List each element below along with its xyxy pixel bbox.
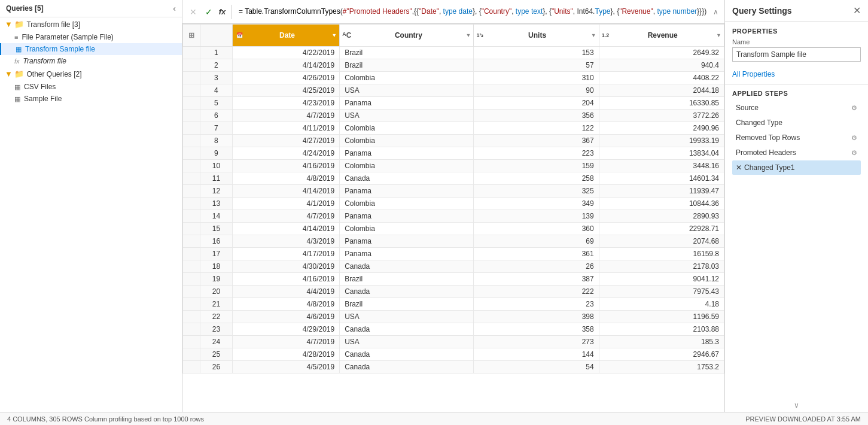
cell-units: 144 (474, 348, 599, 361)
cell-revenue: 22928.71 (599, 223, 724, 235)
row-num-cell: 11 (200, 172, 233, 185)
table-row: 134/1/2019Colombia34910844.36 (183, 198, 724, 210)
group-transform-header[interactable]: ▼ 📁 Transform file [3] (0, 17, 182, 31)
cell-date: 4/5/2019 (232, 361, 339, 374)
step-item-changed-type1[interactable]: ✕Changed Type1 (732, 160, 861, 175)
col-header-country[interactable]: AC Country ▼ (340, 25, 474, 47)
data-grid-wrapper[interactable]: ⊞ 📅 Date ▼ (182, 24, 724, 412)
query-item-transform-file[interactable]: fx Transform file (0, 55, 182, 67)
status-right: PREVIEW DOWNLOADED AT 3:55 AM (745, 415, 861, 423)
row-num-cell: 22 (200, 311, 233, 323)
row-num-cell: 9 (200, 147, 233, 160)
col-name-units: Units (486, 31, 588, 40)
scroll-down-arrow[interactable]: ∨ (725, 399, 868, 412)
cell-revenue: 10844.36 (599, 198, 724, 210)
step-delete-icon[interactable]: ✕ (736, 163, 742, 172)
row-icon-cell (183, 260, 200, 273)
cell-country: Canada (340, 260, 474, 273)
row-num-cell: 26 (200, 361, 233, 374)
cell-revenue: 2890.93 (599, 210, 724, 223)
step-item-removed-top-rows[interactable]: Removed Top Rows⚙ (732, 130, 861, 145)
step-name-label: Promoted Headers (736, 148, 849, 157)
cell-country: Brazil (340, 47, 474, 59)
close-settings-button[interactable]: ✕ (853, 5, 861, 16)
query-name-file-parameter: File Parameter (Sample File) (22, 33, 113, 41)
cell-revenue: 1196.59 (599, 311, 724, 323)
name-input[interactable] (732, 47, 861, 62)
step-gear-icon[interactable]: ⚙ (851, 104, 857, 112)
row-num-cell: 14 (200, 210, 233, 223)
fx-formula-button[interactable]: fx (217, 5, 232, 19)
row-num-header (200, 25, 233, 47)
date-filter-icon[interactable]: ▼ (329, 32, 339, 38)
cell-country: Colombia (340, 135, 474, 147)
step-item-changed-type[interactable]: Changed Type (732, 116, 861, 130)
row-num-cell: 17 (200, 248, 233, 260)
row-icon-cell (183, 135, 200, 147)
row-num-cell: 16 (200, 235, 233, 248)
table-row: 204/4/2019Canada2227975.43 (183, 286, 724, 298)
cell-date: 4/16/2019 (232, 160, 339, 172)
row-icon-cell (183, 97, 200, 110)
row-icon-cell (183, 47, 200, 59)
expand-formula-button[interactable]: ∧ (711, 8, 721, 16)
formula-text: = Table.TransformColumnTypes(#"Promoted … (235, 5, 711, 18)
row-num-cell: 4 (200, 84, 233, 97)
query-item-transform-sample[interactable]: ▦ Transform Sample file (0, 43, 182, 55)
query-item-file-parameter[interactable]: ≡ File Parameter (Sample File) (0, 31, 182, 43)
row-icon-cell (183, 160, 200, 172)
collapse-icon[interactable]: ‹ (173, 4, 176, 13)
units-filter-icon[interactable]: ▼ (589, 32, 599, 38)
cell-units: 358 (474, 323, 599, 336)
queries-header: Queries [5] ‹ (0, 0, 182, 17)
row-icon-cell (183, 122, 200, 135)
row-num-cell: 15 (200, 223, 233, 235)
group-other-header[interactable]: ▼ 📁 Other Queries [2] (0, 67, 182, 81)
revenue-filter-icon[interactable]: ▼ (714, 32, 724, 38)
step-name-label: Changed Type (736, 119, 857, 127)
main-layout: Queries [5] ‹ ▼ 📁 Transform file [3] ≡ F… (0, 0, 868, 412)
query-item-csv[interactable]: ▦ CSV Files (0, 81, 182, 93)
cell-units: 325 (474, 185, 599, 198)
data-tbody: 14/22/2019Brazil1532649.3224/14/2019Braz… (183, 47, 724, 374)
settings-scroll[interactable]: APPLIED STEPS Source⚙Changed TypeRemoved… (725, 85, 868, 399)
table-row: 114/8/2019Canada25814601.34 (183, 172, 724, 185)
step-item-promoted-headers[interactable]: Promoted Headers⚙ (732, 145, 861, 160)
table-icon: ▦ (16, 45, 22, 53)
row-num-cell: 6 (200, 110, 233, 122)
col-header-date[interactable]: 📅 Date ▼ (232, 25, 339, 47)
cell-revenue: 9041.12 (599, 273, 724, 286)
row-num-cell: 21 (200, 298, 233, 311)
all-properties-link[interactable]: All Properties (732, 70, 775, 78)
cell-date: 4/6/2019 (232, 311, 339, 323)
properties-section: PROPERTIES Name All Properties (725, 22, 868, 85)
col-header-units[interactable]: 1²₃ Units ▼ (474, 25, 599, 47)
cell-revenue: 14601.34 (599, 172, 724, 185)
cell-revenue: 19933.19 (599, 135, 724, 147)
steps-list: Source⚙Changed TypeRemoved Top Rows⚙Prom… (732, 101, 861, 175)
row-num-cell: 7 (200, 122, 233, 135)
col-header-revenue[interactable]: 1.2 Revenue ▼ (599, 25, 724, 47)
cell-revenue: 7975.43 (599, 286, 724, 298)
cell-date: 4/7/2019 (232, 336, 339, 348)
cell-units: 310 (474, 72, 599, 84)
row-icon-cell (183, 59, 200, 72)
confirm-formula-button[interactable]: ✓ (202, 5, 216, 19)
country-type-icon: AC (340, 31, 354, 40)
row-num-cell: 25 (200, 348, 233, 361)
cancel-formula-button[interactable]: ✕ (186, 5, 200, 19)
cell-country: Colombia (340, 72, 474, 84)
step-gear-icon[interactable]: ⚙ (851, 149, 857, 157)
cell-date: 4/11/2019 (232, 122, 339, 135)
table-row: 154/14/2019Colombia36022928.71 (183, 223, 724, 235)
cell-date: 4/3/2019 (232, 235, 339, 248)
col-name-country: Country (354, 31, 463, 40)
country-filter-icon[interactable]: ▼ (463, 32, 473, 38)
cell-revenue: 2074.68 (599, 235, 724, 248)
row-icon-cell (183, 323, 200, 336)
query-item-sample-file[interactable]: ▦ Sample File (0, 93, 182, 105)
step-gear-icon[interactable]: ⚙ (851, 134, 857, 142)
cell-units: 223 (474, 147, 599, 160)
step-item-source[interactable]: Source⚙ (732, 101, 861, 115)
row-icon-cell (183, 84, 200, 97)
